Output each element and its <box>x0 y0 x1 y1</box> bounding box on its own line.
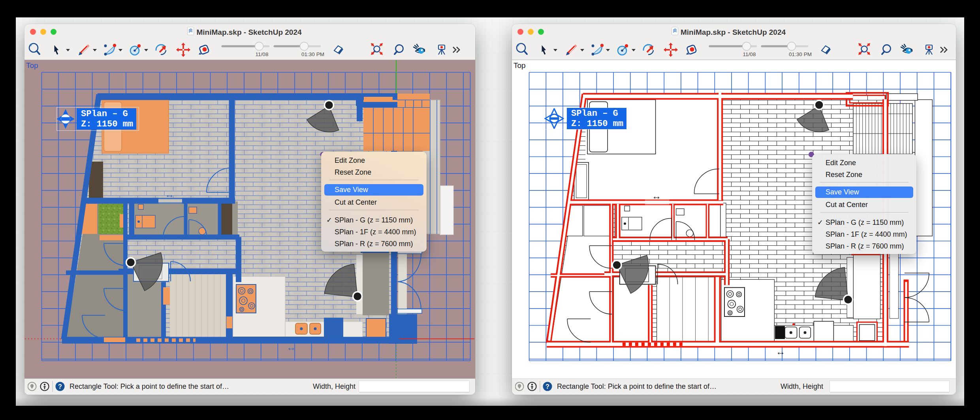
svg-text:?: ? <box>58 383 62 390</box>
svg-text:01:30 PM: 01:30 PM <box>789 51 812 57</box>
svg-text:11/08: 11/08 <box>256 51 269 57</box>
svg-text:11/08: 11/08 <box>743 51 756 57</box>
svg-text:↔: ↔ <box>652 190 661 201</box>
svg-text:Top: Top <box>514 61 526 70</box>
svg-text:?: ? <box>545 383 549 390</box>
svg-text:↔: ↔ <box>286 342 296 352</box>
svg-text:↔: ↔ <box>776 346 785 357</box>
svg-text:Top: Top <box>26 61 38 70</box>
svg-text:01:30 PM: 01:30 PM <box>301 51 324 57</box>
svg-text:↔: ↔ <box>165 189 174 200</box>
